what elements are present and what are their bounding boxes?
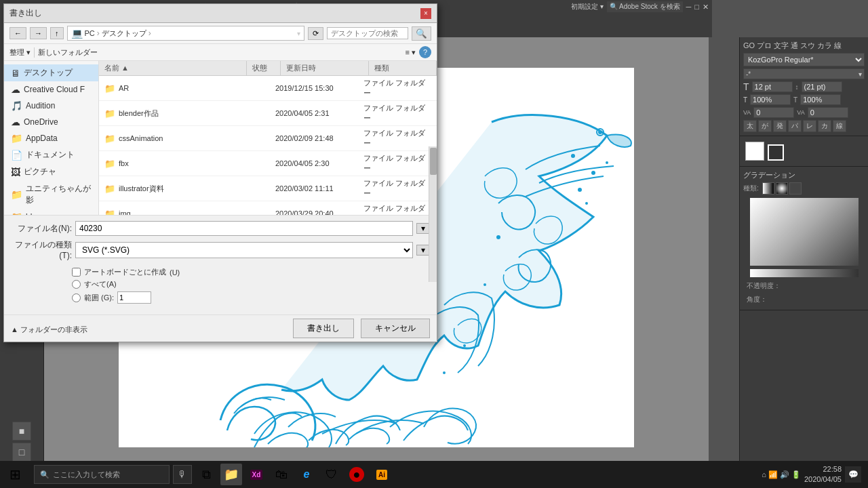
file-name: AR (119, 84, 241, 92)
table-row[interactable]: 📁 blender作品 2020/04/05 2:31 ファイル フォルダー (99, 101, 437, 126)
table-row[interactable]: 📁 illustrator資料 2020/03/02 11:11 ファイル フォ… (99, 176, 437, 201)
file-list-area: 名前 ▲ 状態 更新日時 種類 📁 AR 2019/12/15 15:30 ファ… (99, 61, 437, 215)
search-button[interactable]: 🔍 (412, 26, 431, 41)
nav-item-bluec[interactable]: 📁 bluec (4, 209, 98, 215)
nav-item-creative-cloud[interactable]: ☁ Creative Cloud F (4, 81, 98, 98)
header-status[interactable]: 状態 (247, 61, 281, 75)
file-date: 2020/02/09 21:48 (275, 134, 363, 142)
table-row[interactable]: 📁 AR 2019/12/15 15:30 ファイル フォルダー (99, 76, 437, 101)
file-dialog: 書き出し × ← → ↑ 💻 PC › デスクトップ › ▾ ⟳ 🔍 (3, 3, 437, 342)
nav-item-onedrive[interactable]: ☁ OneDrive (4, 114, 98, 130)
file-name: img (119, 209, 241, 215)
folder-toggle[interactable]: ▲ フォルダーの非表示 (11, 325, 87, 335)
forward-button[interactable]: → (30, 27, 47, 39)
artboard-label: アートボードごとに作成 (84, 267, 166, 277)
filename-input[interactable] (75, 221, 413, 236)
table-row[interactable]: 📁 cssAnimation 2020/02/09 21:48 ファイル フォル… (99, 126, 437, 151)
all-label: すべて(A) (84, 279, 117, 289)
nav-item-audition[interactable]: 🎵 Audition (4, 98, 98, 114)
refresh-button[interactable]: ⟳ (308, 27, 323, 40)
dialog-bottom: ファイル名(N): ▾ ファイルの種類(T): SVG (*.SVG) ▾ アー… (4, 215, 437, 314)
folder-icon: 📁 (104, 108, 115, 119)
organize-button[interactable]: 整理 ▾ (9, 47, 31, 58)
table-row[interactable]: 📁 fbx 2020/04/05 2:30 ファイル フォルダー (99, 151, 437, 176)
nav-label-cc: Creative Cloud F (24, 85, 85, 94)
nav-label-onedrive: OneDrive (24, 117, 58, 127)
back-button[interactable]: ← (9, 27, 26, 39)
cancel-button[interactable]: キャンセル (361, 319, 430, 338)
dialog-button-row: ▲ フォルダーの非表示 書き出し キャンセル (4, 314, 437, 342)
nav-label-documents: ドキュメント (26, 149, 75, 161)
nav-item-desktop[interactable]: 🖥 デスクトップ (4, 64, 98, 81)
dialog-close-button[interactable]: × (420, 8, 431, 19)
file-date: 2020/04/05 2:31 (275, 109, 363, 117)
sep (34, 47, 35, 58)
folder-icon: 📁 (104, 159, 115, 169)
new-folder-button[interactable]: 新しいフォルダー (38, 47, 98, 58)
nav-item-pictures[interactable]: 🖼 ピクチャ (4, 163, 98, 180)
filetype-select[interactable]: SVG (*.SVG) (75, 242, 413, 258)
table-row[interactable]: 📁 img 2020/03/29 20:40 ファイル フォルダー (99, 201, 437, 215)
help-button[interactable]: ? (419, 46, 431, 58)
file-type: ファイル フォルダー (363, 203, 431, 215)
unity-icon: 📁 (11, 189, 22, 200)
file-name: illustrator資料 (119, 184, 241, 194)
folder-icon: 📁 (104, 209, 115, 216)
header-date[interactable]: 更新日時 (281, 61, 369, 75)
nav-item-documents[interactable]: 📄 ドキュメント (4, 146, 98, 163)
desktop-icon: 🖥 (11, 68, 20, 79)
view-controls: ≡ ▾ ? (406, 46, 431, 58)
view-button[interactable]: ≡ ▾ (406, 46, 416, 58)
breadcrumb-sep2: › (149, 28, 151, 38)
artboard-shortcut: (U) (170, 268, 180, 277)
folder-icon: 📁 (104, 83, 115, 94)
vertical-scrollbar[interactable] (429, 146, 437, 215)
header-type[interactable]: 種類 (369, 61, 437, 75)
documents-icon: 📄 (11, 150, 22, 161)
all-radio[interactable] (72, 280, 81, 289)
folder-icon: 📁 (104, 184, 115, 194)
file-type: ファイル フォルダー (363, 178, 431, 199)
up-button[interactable]: ↑ (50, 27, 64, 39)
artboard-checkbox[interactable] (72, 268, 81, 277)
second-toolbar: 整理 ▾ 新しいフォルダー ≡ ▾ ? (4, 44, 437, 61)
range-value-input[interactable] (117, 291, 151, 304)
toggle-icon: ▲ (11, 325, 18, 333)
file-date: 2020/04/05 2:30 (275, 159, 363, 167)
pc-icon: 💻 (71, 28, 83, 39)
nav-item-unity[interactable]: 📁 ユニティちゃんが影 (4, 180, 98, 209)
toggle-label: フォルダーの非表示 (20, 325, 87, 335)
onedrive-icon: ☁ (11, 117, 20, 127)
filename-dropdown[interactable]: ▾ (416, 223, 430, 234)
appdata-icon: 📁 (11, 133, 22, 144)
nav-item-appdata[interactable]: 📁 AppData (4, 130, 98, 146)
nav-label-unity: ユニティちゃんが影 (26, 183, 92, 206)
file-name: blender作品 (119, 108, 241, 119)
creative-cloud-icon: ☁ (11, 84, 20, 95)
nav-label-desktop: デスクトップ (24, 67, 73, 79)
file-date: 2019/12/15 15:30 (275, 84, 363, 92)
filetype-label: ファイルの種類(T): (11, 239, 72, 260)
file-type: ファイル フォルダー (363, 103, 431, 123)
scrollbar-thumb[interactable] (430, 148, 437, 175)
breadcrumb-dropdown[interactable]: ▾ (297, 30, 300, 37)
range-radio[interactable] (72, 293, 81, 302)
breadcrumb-pc: PC (85, 29, 95, 37)
action-buttons: 書き出し キャンセル (293, 319, 430, 338)
range-radio-row: 範囲 (G): (72, 291, 369, 304)
dialog-title: 書き出し (9, 7, 42, 19)
file-type: ファイル フォルダー (363, 153, 431, 174)
left-nav: 🖥 デスクトップ ☁ Creative Cloud F 🎵 Audition ☁… (4, 61, 99, 215)
nav-label-pictures: ピクチャ (24, 166, 56, 178)
file-name: fbx (119, 159, 241, 167)
header-name[interactable]: 名前 ▲ (99, 61, 247, 75)
range-label: 範囲 (G): (84, 293, 114, 303)
file-type: ファイル フォルダー (363, 128, 431, 148)
filename-label: ファイル名(N): (11, 223, 72, 235)
filetype-dropdown[interactable]: ▾ (416, 245, 430, 256)
breadcrumb[interactable]: 💻 PC › デスクトップ › ▾ (67, 26, 305, 41)
dialog-body: 🖥 デスクトップ ☁ Creative Cloud F 🎵 Audition ☁… (4, 61, 437, 215)
save-button[interactable]: 書き出し (293, 319, 354, 338)
search-input[interactable] (327, 27, 408, 39)
audition-icon: 🎵 (11, 100, 22, 111)
